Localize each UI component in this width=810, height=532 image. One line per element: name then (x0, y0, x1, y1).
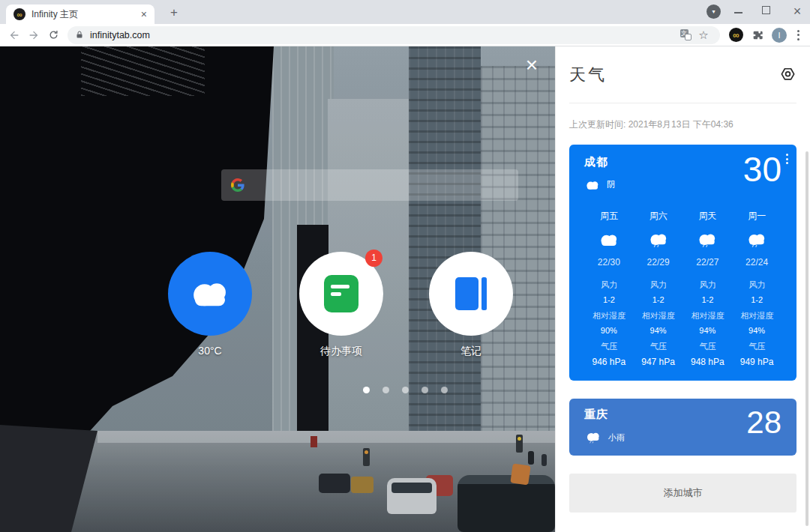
tab-close-icon[interactable]: × (141, 9, 147, 19)
cloud-rain-icon (634, 232, 683, 250)
page-dot-3[interactable] (402, 387, 409, 393)
lock-icon (75, 30, 84, 40)
address-bar[interactable]: infinitytab.com 文 ☆ (68, 26, 720, 44)
page-dot-2[interactable] (382, 387, 389, 393)
cloud-rain-icon (732, 232, 782, 250)
card-menu-icon[interactable] (786, 154, 788, 164)
browser-titlebar: ∞ Infinity 主页 × + ▾ × (0, 0, 810, 24)
translate-icon[interactable]: 文 (676, 28, 694, 43)
bookmark-star-icon[interactable]: ☆ (694, 28, 712, 43)
weather-card-chengdu[interactable]: 成都 30 阴 周五 22/30 风力 1-2 (569, 145, 796, 381)
todo-shortcut[interactable]: 1 待办事项 (299, 252, 383, 358)
todo-badge: 1 (365, 250, 382, 267)
settings-icon[interactable] (779, 66, 796, 83)
condition-text: 阴 (607, 179, 615, 190)
browser-menu-icon[interactable] (791, 30, 806, 40)
condition-text: 小雨 (608, 432, 625, 444)
notes-shortcut[interactable]: 笔记 (429, 252, 513, 358)
browser-tab[interactable]: ∞ Infinity 主页 × (6, 4, 154, 24)
todo-icon (324, 275, 358, 312)
notes-icon (455, 277, 487, 310)
infinity-extension-icon[interactable]: ∞ (729, 28, 743, 42)
shortcut-label: 待办事项 (299, 345, 383, 358)
new-tab-page: × 30°C 1 (0, 46, 555, 532)
cloud-icon (584, 180, 601, 190)
panel-title: 天气 (569, 64, 607, 86)
shortcut-label: 30°C (168, 345, 252, 357)
tab-title: Infinity 主页 (32, 8, 141, 21)
panel-scrollbar[interactable] (806, 151, 808, 526)
titlebar-caret-icon[interactable]: ▾ (706, 4, 721, 19)
forecast-column: 周五 22/30 风力 1-2 相对湿度 90% 气压 946 hPa (584, 210, 634, 367)
window-maximize-button[interactable] (762, 6, 770, 14)
weather-panel: 天气 上次更新时间: 2021年8月13日 下午04:36 成都 30 阴 (555, 46, 810, 532)
page-dot-1[interactable] (363, 387, 370, 393)
forecast-column: 周天 22/27 风力 1-2 相对湿度 94% 气压 948 hPa (683, 210, 733, 367)
new-tab-button[interactable]: + (165, 4, 183, 22)
panel-close-button[interactable]: × (520, 54, 543, 76)
last-updated-text: 上次更新时间: 2021年8月13日 下午04:36 (569, 118, 796, 131)
infinity-favicon-icon: ∞ (14, 8, 26, 20)
weather-shortcut[interactable]: 30°C (168, 252, 252, 357)
url-text[interactable]: infinitytab.com (90, 30, 676, 40)
shortcut-label: 笔记 (429, 345, 513, 358)
back-icon[interactable] (4, 26, 24, 44)
cloud-rain-icon (683, 232, 733, 250)
forecast-grid: 周五 22/30 风力 1-2 相对湿度 90% 气压 946 hPa 周六 (584, 210, 782, 367)
page-dot-5[interactable] (441, 387, 448, 393)
add-city-button[interactable]: 添加城市 (569, 474, 796, 513)
extensions-puzzle-icon[interactable] (748, 26, 767, 44)
forecast-column: 周一 22/24 风力 1-2 相对湿度 94% 气压 949 hPa (732, 210, 782, 367)
weather-card-chongqing[interactable]: 重庆 28 小雨 (569, 399, 796, 456)
forward-icon[interactable] (24, 26, 44, 44)
browser-toolbar: infinitytab.com 文 ☆ ∞ I (0, 24, 810, 46)
current-temperature: 28 (746, 405, 782, 441)
window-close-button[interactable]: × (788, 1, 807, 21)
google-logo-icon (231, 178, 244, 192)
page-dots (363, 387, 448, 393)
window-minimize-button[interactable] (734, 12, 742, 13)
forecast-column: 周六 22/29 风力 1-2 相对湿度 94% 气压 947 hPa (634, 210, 683, 367)
cloud-rain-icon (584, 432, 602, 444)
cloud-icon (187, 279, 233, 309)
search-bar[interactable] (221, 169, 518, 201)
page-dot-4[interactable] (422, 387, 428, 393)
profile-avatar[interactable]: I (772, 28, 787, 43)
reload-icon[interactable] (44, 26, 63, 44)
current-temperature: 30 (743, 149, 782, 190)
cloud-icon (584, 232, 634, 250)
